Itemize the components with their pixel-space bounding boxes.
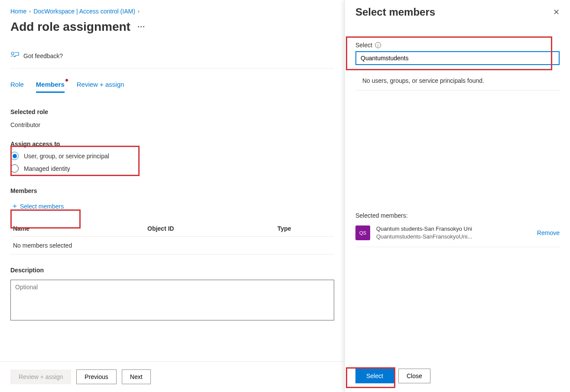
close-icon[interactable]: ✕ (553, 7, 560, 17)
select-members-text: Select members (20, 203, 64, 210)
previous-button[interactable]: Previous (76, 369, 116, 384)
radio-managed-identity[interactable]: Managed identity (10, 164, 334, 173)
plus-icon: ＋ (11, 202, 18, 211)
info-icon[interactable]: i (375, 42, 381, 48)
breadcrumb: Home › DocWorkspace | Access control (IA… (10, 8, 334, 15)
avatar: QS (355, 225, 370, 240)
selected-role-value: Contributor (10, 121, 334, 128)
select-members-link[interactable]: ＋ Select members (10, 200, 65, 212)
member-detail: Quantumstudents-SanFransokyoUni... (376, 233, 531, 241)
next-button[interactable]: Next (122, 369, 151, 384)
footer-bar: Review + assign Previous Next (0, 361, 345, 392)
no-results-text: No users, groups, or service principals … (355, 77, 560, 91)
select-button[interactable]: Select (355, 369, 394, 383)
member-name: Quantum students-San Fransokyo Uni (376, 225, 531, 233)
tab-role[interactable]: Role (10, 81, 24, 93)
th-objid: Object ID (147, 225, 277, 232)
svg-point-0 (11, 52, 14, 55)
select-label: Select (355, 42, 372, 49)
tab-members[interactable]: Members (36, 81, 65, 93)
th-name: Name (13, 225, 147, 232)
th-type: Type (277, 225, 329, 232)
description-input[interactable] (10, 280, 334, 320)
close-button[interactable]: Close (398, 369, 430, 383)
members-table: Name Object ID Type No members selected (10, 221, 334, 255)
selected-members-label: Selected members: (355, 91, 560, 219)
chevron-right-icon: › (29, 8, 31, 14)
member-search-input[interactable] (355, 51, 560, 65)
assign-access-label: Assign access to (10, 140, 334, 147)
description-label: Description (10, 267, 334, 274)
selected-role-label: Selected role (10, 108, 334, 115)
review-assign-button[interactable]: Review + assign (10, 369, 71, 384)
feedback-link[interactable]: Got feedback? (10, 51, 334, 69)
radio-icon (10, 164, 19, 173)
selected-member-row: QS Quantum students-San Fransokyo Uni Qu… (355, 219, 560, 247)
radio-user-group-label: User, group, or service principal (24, 153, 109, 160)
select-members-panel: Select members ✕ Select i No users, grou… (345, 0, 570, 392)
feedback-icon (10, 51, 19, 60)
page-title: Add role assignment (10, 20, 130, 34)
more-icon[interactable]: ··· (137, 23, 145, 32)
table-empty-row: No members selected (10, 237, 334, 255)
members-label: Members (10, 187, 334, 194)
radio-user-group[interactable]: User, group, or service principal (10, 152, 334, 160)
feedback-label: Got feedback? (23, 52, 63, 59)
tab-review[interactable]: Review + assign (77, 81, 124, 93)
radio-managed-identity-label: Managed identity (24, 165, 70, 172)
breadcrumb-workspace[interactable]: DocWorkspace | Access control (IAM) (33, 8, 135, 15)
chevron-right-icon: › (138, 8, 140, 14)
panel-title: Select members (355, 6, 435, 18)
remove-member-link[interactable]: Remove (537, 229, 560, 236)
radio-icon (10, 152, 19, 160)
breadcrumb-home[interactable]: Home (10, 8, 26, 15)
tabs: Role Members Review + assign (10, 81, 334, 93)
